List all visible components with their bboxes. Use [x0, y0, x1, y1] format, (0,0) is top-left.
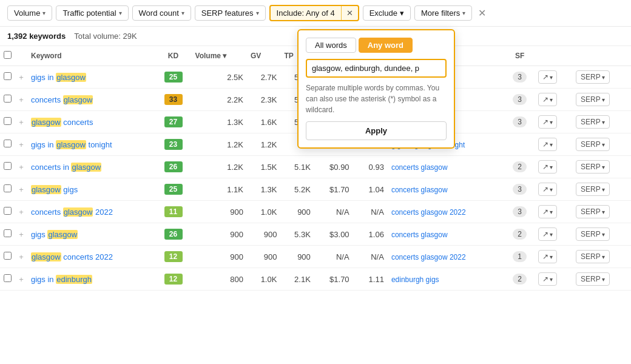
- volume-label: Volume: [14, 8, 40, 18]
- keyword-link[interactable]: glasgow gigs: [31, 185, 78, 194]
- keyword-highlight: glasgow: [63, 207, 93, 217]
- select-all-checkbox[interactable]: [4, 51, 12, 59]
- add-keyword-button[interactable]: +: [15, 246, 27, 268]
- gv-col-header[interactable]: GV: [247, 46, 280, 66]
- include-close-button[interactable]: ✕: [341, 6, 358, 20]
- keyword-text: 2022: [93, 207, 113, 217]
- keywords-input[interactable]: [306, 59, 447, 78]
- row-checkbox[interactable]: [4, 229, 12, 237]
- keyword-col-header[interactable]: Keyword: [27, 46, 155, 66]
- volume-cell: 2.5K: [192, 66, 247, 89]
- sf-cell: 2: [505, 223, 535, 246]
- serp-button[interactable]: SERP ▾: [576, 138, 610, 151]
- close-all-filters-button[interactable]: ✕: [476, 7, 488, 19]
- serp-button[interactable]: SERP ▾: [576, 93, 610, 106]
- serp-button[interactable]: SERP ▾: [576, 228, 610, 241]
- tab-all-words[interactable]: All words: [306, 38, 356, 53]
- add-keyword-button[interactable]: +: [15, 268, 27, 291]
- row-checkbox[interactable]: [4, 207, 12, 215]
- tab-any-word[interactable]: Any word: [359, 38, 413, 53]
- serp-cell: SERP ▾: [572, 223, 631, 246]
- chevron-down-icon: ▾: [119, 10, 122, 16]
- serp-button[interactable]: SERP ▾: [576, 205, 610, 218]
- add-keyword-button[interactable]: +: [15, 133, 27, 156]
- trend-button[interactable]: ↗ ▾: [538, 70, 557, 84]
- more-filters[interactable]: More filters ▾: [414, 5, 472, 21]
- serp-features-filter[interactable]: SERP features ▾: [195, 5, 266, 21]
- serp-button[interactable]: SERP ▾: [576, 115, 610, 129]
- kd-col-header[interactable]: KD: [155, 46, 191, 66]
- keyword-link[interactable]: glasgow concerts: [31, 118, 93, 127]
- traffic-filter[interactable]: Traffic potential ▾: [56, 5, 128, 21]
- keyword-highlight: glasgow: [63, 95, 93, 104]
- keyword-highlight: glasgow: [56, 140, 86, 149]
- trend-button[interactable]: ↗ ▾: [538, 205, 557, 218]
- parent-topic-link[interactable]: concerts glasgow 2022: [391, 253, 466, 261]
- trend-button[interactable]: ↗ ▾: [538, 93, 557, 106]
- row-checkbox[interactable]: [4, 274, 12, 282]
- trend-button[interactable]: ↗ ▾: [538, 228, 557, 241]
- keyword-link[interactable]: concerts glasgow 2022: [31, 207, 113, 217]
- row-checkbox[interactable]: [4, 72, 12, 80]
- trend-button[interactable]: ↗ ▾: [538, 160, 557, 174]
- add-keyword-button[interactable]: +: [15, 66, 27, 89]
- serp-button[interactable]: SERP ▾: [576, 160, 610, 174]
- serp-features-label: SERP features: [201, 8, 254, 18]
- trend-button[interactable]: ↗ ▾: [538, 272, 557, 286]
- serp-button[interactable]: SERP ▾: [576, 272, 610, 286]
- row-checkbox[interactable]: [4, 95, 12, 103]
- add-keyword-button[interactable]: +: [15, 156, 27, 178]
- tp-cell: 5.3K: [280, 223, 314, 246]
- add-keyword-button[interactable]: +: [15, 89, 27, 111]
- trend-button[interactable]: ↗ ▾: [538, 183, 557, 196]
- keyword-link[interactable]: gigs glasgow: [31, 230, 78, 239]
- sf-col-header[interactable]: SF: [505, 46, 535, 66]
- apply-button[interactable]: Apply: [306, 121, 447, 140]
- keyword-link[interactable]: concerts in glasgow: [31, 163, 101, 172]
- serp-cell: SERP ▾: [572, 201, 631, 223]
- keyword-link[interactable]: concerts glasgow: [31, 95, 93, 104]
- keyword-highlight: edinburgh: [56, 275, 92, 284]
- exclude-filter[interactable]: Exclude ▾: [363, 5, 411, 21]
- parent-topic-link[interactable]: edinburgh gigs: [391, 275, 439, 284]
- add-keyword-button[interactable]: +: [15, 223, 27, 246]
- wordcount-filter[interactable]: Word count ▾: [132, 5, 191, 21]
- serp-cell: SERP ▾: [572, 268, 631, 291]
- serp-cell: SERP ▾: [572, 133, 631, 156]
- keyword-cell: glasgow concerts: [27, 111, 155, 133]
- serp-button[interactable]: SERP ▾: [576, 250, 610, 263]
- volume-col-header[interactable]: Volume ▾: [192, 46, 247, 66]
- serp-cell: SERP ▾: [572, 66, 631, 89]
- parent-topic-link[interactable]: concerts glasgow: [391, 163, 448, 172]
- add-keyword-button[interactable]: +: [15, 111, 27, 133]
- include-label[interactable]: Include: Any of 4: [271, 6, 341, 20]
- trend-button[interactable]: ↗ ▾: [538, 138, 557, 151]
- select-all-header[interactable]: [0, 46, 15, 66]
- add-col-header: [15, 46, 27, 66]
- add-keyword-button[interactable]: +: [15, 178, 27, 201]
- row-checkbox[interactable]: [4, 184, 12, 192]
- keyword-cell: glasgow concerts 2022: [27, 246, 155, 268]
- keyword-link[interactable]: glasgow concerts 2022: [31, 252, 113, 261]
- gv-cell: 1.5K: [247, 156, 280, 178]
- parent-topic-link[interactable]: concerts glasgow 2022: [391, 208, 466, 217]
- chevron-down-icon: ▾: [462, 10, 465, 16]
- serp-button[interactable]: SERP ▾: [576, 70, 610, 84]
- row-checkbox[interactable]: [4, 140, 12, 147]
- row-checkbox[interactable]: [4, 117, 12, 125]
- row-checkbox[interactable]: [4, 162, 12, 170]
- chevron-down-icon: ▾: [181, 10, 184, 16]
- sf-cell: 2: [505, 268, 535, 291]
- trend-button[interactable]: ↗ ▾: [538, 250, 557, 263]
- trend-button[interactable]: ↗ ▾: [538, 115, 557, 129]
- row-checkbox[interactable]: [4, 252, 12, 260]
- parent-topic-link[interactable]: concerts glasgow: [391, 186, 448, 194]
- add-keyword-button[interactable]: +: [15, 201, 27, 223]
- parent-topic-link[interactable]: concerts glasgow: [391, 231, 448, 239]
- keyword-link[interactable]: gigs in glasgow: [31, 73, 86, 82]
- keyword-cell: gigs in edinburgh: [27, 268, 155, 291]
- serp-button[interactable]: SERP ▾: [576, 183, 610, 196]
- keyword-link[interactable]: gigs in edinburgh: [31, 275, 92, 284]
- volume-filter[interactable]: Volume ▾: [7, 5, 52, 21]
- keyword-link[interactable]: gigs in glasgow tonight: [31, 140, 112, 149]
